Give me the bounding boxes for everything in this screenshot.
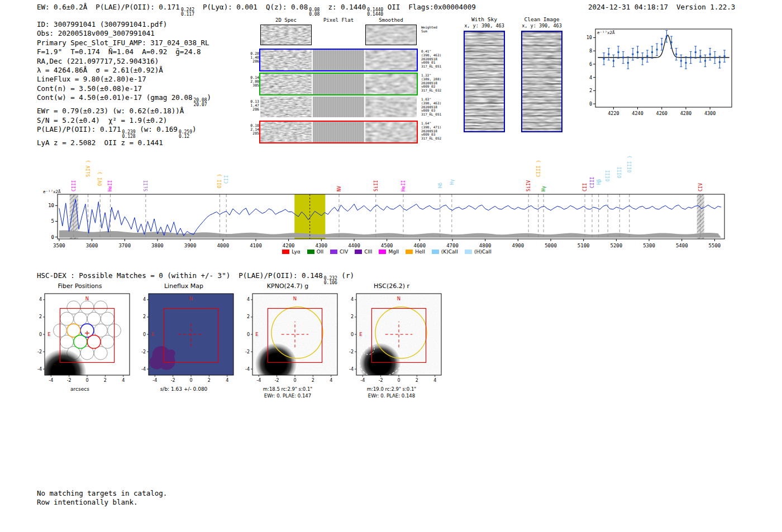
info-line: Cont(n) = 3.50(±0.08)e-17 [37,84,211,93]
legend-item: OII [307,249,323,255]
spec2d-image [365,25,417,45]
svg-text:4: 4 [433,378,436,383]
panel-title: KPNO(24.7) g [235,282,341,290]
svg-text:4300: 4300 [315,243,327,248]
footer-notes: No matching targets in catalog. Row inte… [37,489,167,507]
svg-text:4700: 4700 [446,243,459,248]
hsc-r-panel: HSC(26.2) r NE-4-4-2-2002244 m:19.0 rc:2… [338,282,445,399]
legend-label: CIII [364,249,372,255]
info-line: Cont(w) = 4.50(±0.01)e-17 (gmag 20.0820.… [37,93,211,107]
svg-text:4: 4 [143,297,146,302]
fiber-id-labels: 1.22"(389, 288)20200518v009_02317_RL_032 [421,74,447,93]
svg-text:4400: 4400 [348,243,360,248]
svg-text:-4: -4 [141,367,146,372]
svg-text:-2: -2 [37,349,42,354]
svg-text:N: N [293,296,297,301]
pixel-flat-image [313,74,364,94]
panel-title: Lineflux Map [131,282,237,290]
svg-text:-4: -4 [152,378,157,383]
detection-info: ID: 3007991041 (3007991041.pdf)Obs: 2020… [37,20,211,147]
info-line: LineFlux = 9.80(±2.80)e-17 [37,75,211,84]
svg-text:4500: 4500 [381,243,393,248]
legend-swatch [379,250,386,254]
svg-text:2: 2 [104,378,107,383]
svg-text:8: 8 [589,48,592,54]
emission-line-label: CIII [71,180,77,191]
svg-text:0: 0 [397,378,400,383]
svg-text:2: 2 [39,314,42,319]
info-line: Primary Spec_Slot_IFU_AMP: 317_024_038_R… [37,39,211,47]
cutout-row-weighted [260,25,417,45]
stacked-uncertainty: 0.2390.128 [122,130,136,138]
noise-image [365,74,417,94]
kpno-g-plot: NE-4-4-2-2002244 [235,290,341,386]
svg-text:0: 0 [39,332,42,337]
zoomed-spectrum-svg: 422042404260428043000246810e⁻¹⁷x2Å [575,23,738,125]
noise-image [365,50,417,70]
pixel-flat-image [313,97,364,117]
svg-text:-4: -4 [360,378,365,383]
svg-text:5: 5 [51,218,54,224]
panel-xlabel: s/b: 1.63 +/- 0.080 [131,386,237,392]
emission-line-label: Hγ [449,179,455,185]
svg-text:5400: 5400 [676,243,688,248]
with-sky-title: With Sky [464,16,505,22]
fiber-id-labels: 1.03"(390, 463)20200518v009_03317_RL_051 [421,98,447,117]
zoom-ylabel: e⁻¹⁷x2Å [597,30,615,35]
svg-text:N: N [189,296,193,301]
fiber-id-labels: 1.64"(390, 471)20200518v009_03317_RL_052 [421,122,447,141]
zoomed-spectrum-plot: 422042404260428043000246810e⁻¹⁷x2Å [575,23,738,127]
emission-line-label: SiII [143,180,149,191]
emission-line-label: HeII [107,180,113,191]
hsc-r-plot: NE-4-4-2-2002244 [338,290,445,386]
info-line: F=1.9" T=0.174 N̄=1.04 A=0.92 ḡ=24.8 [37,47,211,56]
legend-label: CIV [340,249,348,255]
footer-line-1: No matching targets in catalog. [37,489,167,498]
masked-band [697,194,704,239]
svg-text:E: E [359,332,362,337]
fiber-positions-panel: Fiber Positions NE-4-4-2-2002244 arcsecs [27,282,133,392]
svg-text:4900: 4900 [512,243,524,248]
fiber-weight-labels: 0.131.47286 [247,100,259,112]
pixel-flat-image [313,50,364,70]
svg-text:4000: 4000 [217,243,229,248]
cutout-row-fiber [259,121,418,143]
svg-text:2: 2 [416,378,418,383]
panel-caption-mag: m:18.5 rc:2.9" s:0.1" [235,386,341,393]
svg-text:4260: 4260 [656,111,667,116]
panel-caption-plae: EWr: 0. PLAE: 0.147 [235,393,341,400]
svg-text:-4: -4 [349,367,354,372]
noise-image [260,122,312,142]
svg-text:6: 6 [589,61,592,67]
panel-caption-plae: EWr: 0. PLAE: 0.148 [338,393,445,400]
info-line: Obs: 20200518v009_3007991041 [37,29,211,38]
legend-item: HeII [406,249,425,255]
spec2d-image [313,25,364,45]
panel-title: Fiber Positions [27,282,133,290]
svg-text:3500: 3500 [53,243,65,248]
cutout-row-fiber [259,49,418,71]
svg-text:-4: -4 [37,367,42,372]
svg-text:0: 0 [51,234,54,240]
svg-text:-2: -2 [349,349,354,354]
svg-text:-2: -2 [171,378,175,383]
svg-text:5200: 5200 [611,243,623,248]
spec2d-image [260,97,312,117]
svg-text:4280: 4280 [680,111,692,116]
legend-item: (K)CaII [432,249,458,255]
svg-text:E: E [47,332,50,337]
fiber-positions-plot: NE-4-4-2-2002244 [27,290,133,386]
legend-swatch [282,250,289,254]
emission-line-label: OVI } [97,171,103,186]
spec2d-image [260,50,312,70]
fiber-trace-stripes [465,32,504,131]
elixer-detection-report: EW: 0.6±0.2Å P(LAE)/P(OII): 0.1710.2420.… [0,0,782,532]
svg-text:3800: 3800 [151,243,164,248]
full-spectrum-plot: CIIISiIV }OVI }HeIISiIIOII }CIINVSiIIHeI… [42,141,732,261]
spec2d-image [260,74,312,94]
with-sky-coords: x, y: 390, 463 [458,23,511,28]
svg-text:E: E [255,332,258,337]
svg-text:2: 2 [208,378,211,383]
svg-text:-2: -2 [245,349,250,354]
legend-item: MgII [379,249,399,255]
